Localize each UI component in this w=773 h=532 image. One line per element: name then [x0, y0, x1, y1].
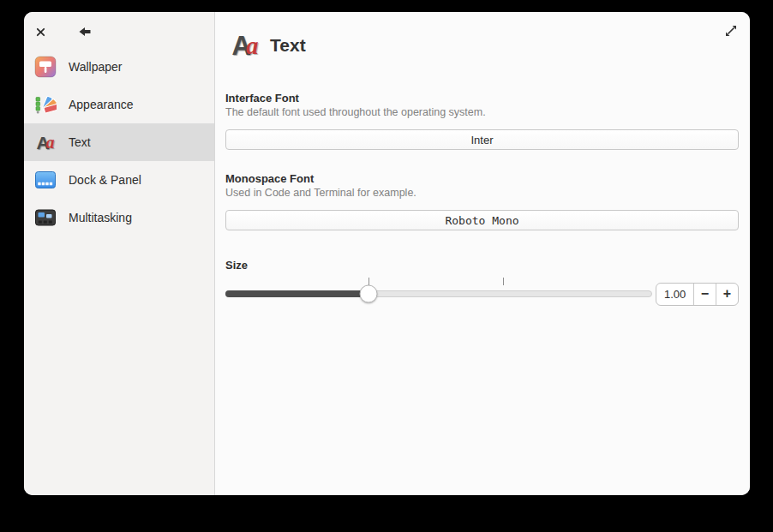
text-aa-icon: A a — [34, 131, 57, 153]
sidebar-item-label: Appearance — [69, 98, 134, 111]
text-icon-letter-lower: a — [46, 134, 55, 151]
monospace-font-label: Monospace Font — [225, 172, 739, 185]
size-label: Size — [225, 259, 739, 272]
interface-font-section: Interface Font The default font used thr… — [225, 92, 739, 150]
sidebar-item-label: Wallpaper — [69, 60, 123, 74]
monospace-font-description: Used in Code and Terminal for example. — [225, 187, 739, 199]
multitasking-icon — [34, 206, 57, 229]
back-button[interactable] — [77, 24, 93, 39]
settings-window: Wallpaper Appearance — [24, 12, 750, 495]
sidebar-item-dock-panel[interactable]: Dock & Panel — [24, 161, 214, 199]
close-button[interactable] — [33, 24, 48, 39]
text-aa-icon: A a — [229, 30, 261, 61]
decrease-button[interactable]: − — [693, 284, 716, 305]
titlebar-controls — [24, 22, 214, 48]
sidebar-item-label: Text — [69, 135, 91, 149]
sidebar-item-label: Dock & Panel — [69, 173, 141, 187]
slider-thumb[interactable] — [359, 285, 377, 303]
increase-button[interactable]: + — [716, 284, 738, 305]
sidebar-item-wallpaper[interactable]: Wallpaper — [24, 48, 214, 86]
main-panel: A a Text Interface Font The default font… — [215, 12, 750, 495]
size-value[interactable]: 1.00 — [656, 284, 693, 305]
slider-fill — [225, 290, 369, 297]
dock-panel-icon — [34, 169, 57, 191]
interface-font-button[interactable]: Inter — [225, 129, 739, 150]
arrow-left-icon — [78, 25, 92, 39]
appearance-icon — [34, 93, 57, 116]
size-section: Size 1.00 − + — [225, 259, 739, 314]
monospace-font-button[interactable]: Roboto Mono — [225, 210, 739, 230]
expand-button[interactable] — [721, 21, 741, 41]
sidebar-nav: Wallpaper Appearance — [24, 48, 214, 236]
page-title: Text — [270, 35, 306, 56]
diagonal-expand-icon — [724, 24, 738, 38]
slider-tick — [369, 278, 369, 285]
size-slider[interactable] — [225, 273, 652, 314]
interface-font-description: The default font used throughout the ope… — [225, 106, 739, 118]
size-spinbox: 1.00 − + — [656, 283, 739, 306]
monospace-font-section: Monospace Font Used in Code and Terminal… — [225, 172, 739, 230]
sidebar-item-text[interactable]: A a Text — [24, 123, 214, 161]
slider-tick — [503, 278, 504, 285]
sidebar-item-multitasking[interactable]: Multitasking — [24, 199, 214, 236]
sidebar-item-appearance[interactable]: Appearance — [24, 86, 214, 123]
wallpaper-icon — [34, 56, 57, 78]
interface-font-label: Interface Font — [225, 92, 739, 105]
size-slider-row: 1.00 − + — [225, 273, 739, 314]
sidebar: Wallpaper Appearance — [24, 12, 215, 495]
close-icon — [35, 27, 46, 38]
page-header: A a Text — [229, 29, 739, 62]
text-icon-letter-lower: a — [246, 33, 259, 58]
sidebar-item-label: Multitasking — [69, 211, 132, 224]
